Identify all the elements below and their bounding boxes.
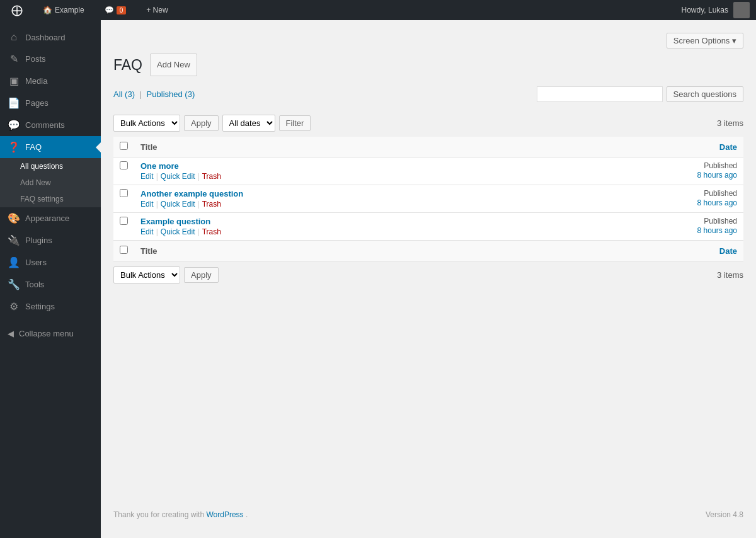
apply-button-bottom[interactable]: Apply	[184, 267, 219, 283]
page-header: FAQ Add New	[113, 54, 743, 76]
new-label: + New	[146, 6, 168, 14]
row-action-edit-2[interactable]: Edit	[140, 227, 154, 236]
media-icon: ▣	[8, 75, 20, 87]
row-action-quick-edit-1[interactable]: Quick Edit	[161, 200, 195, 209]
row-status-0: Published	[662, 161, 737, 170]
sidebar-item-comments[interactable]: 💬 Comments	[0, 114, 101, 136]
footer-version: Version 4.8	[706, 510, 743, 519]
dates-select[interactable]: All dates	[222, 115, 275, 132]
row-status-2: Published	[662, 217, 737, 226]
select-all-footer-checkbox[interactable]	[120, 246, 128, 254]
search-bar: Search questions	[537, 86, 743, 102]
wordpress-link[interactable]: WordPress	[206, 510, 243, 519]
filter-links: All (3) | Published (3)	[113, 89, 195, 99]
row-action-edit-1[interactable]: Edit	[140, 200, 154, 209]
settings-icon: ⚙	[8, 300, 20, 312]
title-footer-header: Title	[134, 241, 655, 261]
site-name-item[interactable]: 🏠 Example	[38, 0, 89, 20]
items-count-top: 3 items	[717, 118, 743, 128]
sidebar-item-dashboard[interactable]: ⌂ Dashboard	[0, 26, 101, 48]
select-all-checkbox[interactable]	[120, 142, 128, 150]
row-date-1[interactable]: 8 hours ago	[697, 198, 737, 207]
date-column-header[interactable]: Date	[655, 137, 743, 157]
row-date-2[interactable]: 8 hours ago	[697, 226, 737, 235]
row-checkbox-2[interactable]	[120, 217, 128, 225]
sidebar-item-settings[interactable]: ⚙ Settings	[0, 295, 101, 318]
filter-separator: |	[140, 89, 142, 99]
filter-button[interactable]: Filter	[279, 115, 311, 131]
collapse-menu-item[interactable]: ◀ Collapse menu	[0, 324, 101, 343]
sidebar-item-media[interactable]: ▣ Media	[0, 70, 101, 92]
filter-all-link[interactable]: All (3)	[113, 89, 137, 99]
page-title-area: FAQ Add New	[113, 54, 197, 76]
search-input[interactable]	[537, 86, 663, 102]
sidebar-item-label: Settings	[25, 302, 55, 311]
sidebar-item-tools[interactable]: 🔧 Tools	[0, 273, 101, 295]
sidebar-item-label: Tools	[25, 280, 44, 289]
sidebar-item-label: Media	[25, 76, 47, 86]
sidebar-item-plugins[interactable]: 🔌 Plugins	[0, 229, 101, 251]
row-action-edit-0[interactable]: Edit	[140, 172, 154, 181]
faq-menu-arrow	[96, 142, 101, 152]
post-title-0[interactable]: One more	[140, 161, 179, 171]
wp-logo-icon: ⨁	[11, 3, 23, 17]
select-all-header	[113, 137, 134, 157]
table-row: One moreEdit|Quick Edit|TrashPublished8 …	[113, 157, 743, 185]
date-footer-header: Date	[655, 241, 743, 261]
sidebar-item-posts[interactable]: ✎ Posts	[0, 48, 101, 70]
tools-icon: 🔧	[8, 278, 20, 290]
sidebar-item-label: Pages	[25, 98, 49, 108]
row-action-trash-1[interactable]: Trash	[202, 200, 221, 209]
footer-thanks: Thank you for creating with WordPress .	[113, 510, 248, 519]
site-name: Example	[55, 6, 84, 14]
sidebar-item-faq[interactable]: ❓ FAQ	[0, 136, 101, 158]
row-action-quick-edit-2[interactable]: Quick Edit	[161, 227, 195, 236]
row-status-1: Published	[662, 189, 737, 198]
user-avatar-icon	[733, 2, 750, 18]
sidebar-item-label: Plugins	[25, 236, 52, 245]
row-action-quick-edit-0[interactable]: Quick Edit	[161, 172, 195, 181]
submenu-add-new[interactable]: Add New	[0, 175, 101, 191]
page-title: FAQ	[113, 57, 142, 74]
submenu-all-questions[interactable]: All questions	[0, 158, 101, 175]
plugins-icon: 🔌	[8, 234, 20, 246]
row-checkbox-1[interactable]	[120, 189, 128, 197]
faq-icon: ❓	[8, 141, 20, 153]
sidebar-item-label: Appearance	[25, 214, 69, 223]
page-footer: Thank you for creating with WordPress . …	[113, 498, 743, 525]
table-row: Another example questionEdit|Quick Edit|…	[113, 185, 743, 213]
home-icon: 🏠	[43, 6, 52, 14]
table-row: Example questionEdit|Quick Edit|TrashPub…	[113, 213, 743, 241]
row-sep-2-1: |	[156, 227, 158, 236]
add-new-button[interactable]: Add New	[150, 54, 197, 76]
post-title-2[interactable]: Example question	[140, 217, 210, 226]
wp-logo-item[interactable]: ⨁	[6, 0, 28, 20]
submenu-faq-settings[interactable]: FAQ settings	[0, 191, 101, 207]
sidebar-item-users[interactable]: 👤 Users	[0, 251, 101, 273]
apply-button-top[interactable]: Apply	[184, 115, 219, 131]
sidebar-item-label: FAQ	[25, 142, 42, 152]
bulk-actions-select-bottom[interactable]: Bulk Actions	[113, 266, 180, 283]
row-action-trash-0[interactable]: Trash	[202, 172, 221, 181]
questions-table: Title Date One moreEdit|Quick Edit|Trash…	[113, 137, 743, 261]
comments-item[interactable]: 💬 0	[100, 0, 132, 20]
row-sep-1-1: |	[156, 200, 158, 209]
bottom-toolbar: Bulk Actions Apply 3 items	[113, 266, 743, 283]
row-action-trash-2[interactable]: Trash	[202, 227, 221, 236]
screen-options-label: Screen Options	[673, 36, 730, 45]
bulk-actions-select-top[interactable]: Bulk Actions	[113, 115, 180, 132]
row-sep-0-2: |	[198, 172, 200, 181]
new-content-item[interactable]: + New	[141, 0, 173, 20]
screen-options-arrow: ▾	[732, 36, 736, 45]
items-count-bottom: 3 items	[717, 270, 743, 280]
collapse-label: Collapse menu	[19, 329, 74, 338]
screen-options-button[interactable]: Screen Options ▾	[667, 33, 743, 49]
sidebar-item-appearance[interactable]: 🎨 Appearance	[0, 207, 101, 229]
comments-icon: 💬	[8, 119, 20, 131]
row-date-0[interactable]: 8 hours ago	[697, 171, 737, 180]
filter-published-link[interactable]: Published (3)	[147, 89, 195, 99]
sidebar-item-pages[interactable]: 📄 Pages	[0, 92, 101, 114]
search-button[interactable]: Search questions	[667, 86, 743, 102]
row-checkbox-0[interactable]	[120, 161, 128, 169]
post-title-1[interactable]: Another example question	[140, 189, 243, 198]
